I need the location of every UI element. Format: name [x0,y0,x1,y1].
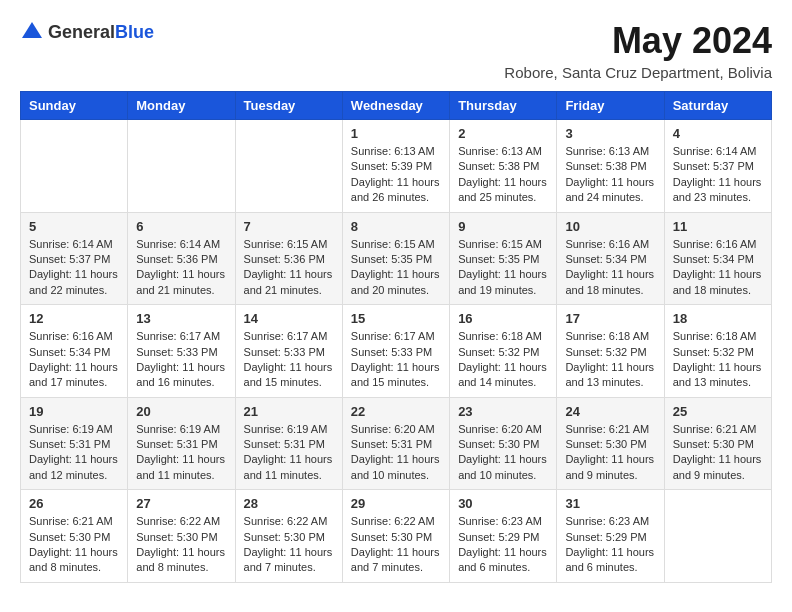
day-info: Sunrise: 6:14 AM Sunset: 5:37 PM Dayligh… [29,237,119,299]
day-info: Sunrise: 6:20 AM Sunset: 5:30 PM Dayligh… [458,422,548,484]
calendar-header-row: Sunday Monday Tuesday Wednesday Thursday… [21,92,772,120]
calendar-cell: 15Sunrise: 6:17 AM Sunset: 5:33 PM Dayli… [342,305,449,398]
calendar-cell: 22Sunrise: 6:20 AM Sunset: 5:31 PM Dayli… [342,397,449,490]
day-number: 14 [244,311,334,326]
day-info: Sunrise: 6:22 AM Sunset: 5:30 PM Dayligh… [136,514,226,576]
calendar-cell: 4Sunrise: 6:14 AM Sunset: 5:37 PM Daylig… [664,120,771,213]
calendar-cell: 11Sunrise: 6:16 AM Sunset: 5:34 PM Dayli… [664,212,771,305]
col-sunday: Sunday [21,92,128,120]
day-info: Sunrise: 6:14 AM Sunset: 5:37 PM Dayligh… [673,144,763,206]
calendar-cell: 19Sunrise: 6:19 AM Sunset: 5:31 PM Dayli… [21,397,128,490]
calendar-cell: 18Sunrise: 6:18 AM Sunset: 5:32 PM Dayli… [664,305,771,398]
day-number: 17 [565,311,655,326]
day-number: 1 [351,126,441,141]
calendar-cell: 7Sunrise: 6:15 AM Sunset: 5:36 PM Daylig… [235,212,342,305]
calendar-week-row-3: 19Sunrise: 6:19 AM Sunset: 5:31 PM Dayli… [21,397,772,490]
day-info: Sunrise: 6:21 AM Sunset: 5:30 PM Dayligh… [565,422,655,484]
day-info: Sunrise: 6:18 AM Sunset: 5:32 PM Dayligh… [565,329,655,391]
day-info: Sunrise: 6:20 AM Sunset: 5:31 PM Dayligh… [351,422,441,484]
day-number: 13 [136,311,226,326]
calendar-cell: 12Sunrise: 6:16 AM Sunset: 5:34 PM Dayli… [21,305,128,398]
day-info: Sunrise: 6:17 AM Sunset: 5:33 PM Dayligh… [244,329,334,391]
day-info: Sunrise: 6:13 AM Sunset: 5:38 PM Dayligh… [565,144,655,206]
day-number: 22 [351,404,441,419]
calendar-body: 1Sunrise: 6:13 AM Sunset: 5:39 PM Daylig… [21,120,772,583]
col-tuesday: Tuesday [235,92,342,120]
day-number: 8 [351,219,441,234]
calendar-week-row-0: 1Sunrise: 6:13 AM Sunset: 5:39 PM Daylig… [21,120,772,213]
calendar-cell: 8Sunrise: 6:15 AM Sunset: 5:35 PM Daylig… [342,212,449,305]
day-info: Sunrise: 6:19 AM Sunset: 5:31 PM Dayligh… [136,422,226,484]
calendar-week-row-1: 5Sunrise: 6:14 AM Sunset: 5:37 PM Daylig… [21,212,772,305]
calendar-cell: 28Sunrise: 6:22 AM Sunset: 5:30 PM Dayli… [235,490,342,583]
day-info: Sunrise: 6:23 AM Sunset: 5:29 PM Dayligh… [458,514,548,576]
calendar-cell: 14Sunrise: 6:17 AM Sunset: 5:33 PM Dayli… [235,305,342,398]
col-friday: Friday [557,92,664,120]
day-number: 28 [244,496,334,511]
calendar-week-row-4: 26Sunrise: 6:21 AM Sunset: 5:30 PM Dayli… [21,490,772,583]
day-number: 9 [458,219,548,234]
calendar-week-row-2: 12Sunrise: 6:16 AM Sunset: 5:34 PM Dayli… [21,305,772,398]
calendar-cell: 6Sunrise: 6:14 AM Sunset: 5:36 PM Daylig… [128,212,235,305]
calendar-table: Sunday Monday Tuesday Wednesday Thursday… [20,91,772,583]
day-info: Sunrise: 6:19 AM Sunset: 5:31 PM Dayligh… [244,422,334,484]
day-number: 19 [29,404,119,419]
day-info: Sunrise: 6:15 AM Sunset: 5:36 PM Dayligh… [244,237,334,299]
logo: GeneralBlue [20,20,154,44]
day-info: Sunrise: 6:21 AM Sunset: 5:30 PM Dayligh… [673,422,763,484]
calendar-cell [664,490,771,583]
day-info: Sunrise: 6:19 AM Sunset: 5:31 PM Dayligh… [29,422,119,484]
day-number: 11 [673,219,763,234]
col-wednesday: Wednesday [342,92,449,120]
day-number: 29 [351,496,441,511]
day-number: 6 [136,219,226,234]
logo-text: GeneralBlue [48,22,154,43]
day-number: 18 [673,311,763,326]
calendar-cell: 25Sunrise: 6:21 AM Sunset: 5:30 PM Dayli… [664,397,771,490]
calendar-cell: 1Sunrise: 6:13 AM Sunset: 5:39 PM Daylig… [342,120,449,213]
day-number: 5 [29,219,119,234]
page-header: GeneralBlue May 2024 Robore, Santa Cruz … [20,20,772,81]
col-saturday: Saturday [664,92,771,120]
day-info: Sunrise: 6:14 AM Sunset: 5:36 PM Dayligh… [136,237,226,299]
calendar-cell: 2Sunrise: 6:13 AM Sunset: 5:38 PM Daylig… [450,120,557,213]
day-number: 20 [136,404,226,419]
calendar-cell: 31Sunrise: 6:23 AM Sunset: 5:29 PM Dayli… [557,490,664,583]
day-number: 12 [29,311,119,326]
day-info: Sunrise: 6:13 AM Sunset: 5:38 PM Dayligh… [458,144,548,206]
day-info: Sunrise: 6:15 AM Sunset: 5:35 PM Dayligh… [458,237,548,299]
day-info: Sunrise: 6:21 AM Sunset: 5:30 PM Dayligh… [29,514,119,576]
day-number: 16 [458,311,548,326]
svg-marker-0 [22,22,42,38]
day-number: 7 [244,219,334,234]
col-monday: Monday [128,92,235,120]
day-number: 10 [565,219,655,234]
day-info: Sunrise: 6:22 AM Sunset: 5:30 PM Dayligh… [244,514,334,576]
calendar-cell: 5Sunrise: 6:14 AM Sunset: 5:37 PM Daylig… [21,212,128,305]
calendar-cell: 3Sunrise: 6:13 AM Sunset: 5:38 PM Daylig… [557,120,664,213]
calendar-cell: 30Sunrise: 6:23 AM Sunset: 5:29 PM Dayli… [450,490,557,583]
calendar-cell: 17Sunrise: 6:18 AM Sunset: 5:32 PM Dayli… [557,305,664,398]
calendar-cell: 29Sunrise: 6:22 AM Sunset: 5:30 PM Dayli… [342,490,449,583]
col-thursday: Thursday [450,92,557,120]
day-info: Sunrise: 6:23 AM Sunset: 5:29 PM Dayligh… [565,514,655,576]
day-info: Sunrise: 6:16 AM Sunset: 5:34 PM Dayligh… [565,237,655,299]
day-info: Sunrise: 6:18 AM Sunset: 5:32 PM Dayligh… [673,329,763,391]
day-number: 31 [565,496,655,511]
calendar-cell: 20Sunrise: 6:19 AM Sunset: 5:31 PM Dayli… [128,397,235,490]
day-number: 15 [351,311,441,326]
logo-icon [20,20,44,44]
calendar-cell [235,120,342,213]
title-block: May 2024 Robore, Santa Cruz Department, … [504,20,772,81]
calendar-cell: 23Sunrise: 6:20 AM Sunset: 5:30 PM Dayli… [450,397,557,490]
logo-general: General [48,22,115,42]
calendar-cell: 10Sunrise: 6:16 AM Sunset: 5:34 PM Dayli… [557,212,664,305]
calendar-cell [128,120,235,213]
day-info: Sunrise: 6:22 AM Sunset: 5:30 PM Dayligh… [351,514,441,576]
day-number: 4 [673,126,763,141]
day-number: 2 [458,126,548,141]
day-number: 26 [29,496,119,511]
calendar-cell: 21Sunrise: 6:19 AM Sunset: 5:31 PM Dayli… [235,397,342,490]
day-number: 25 [673,404,763,419]
day-info: Sunrise: 6:18 AM Sunset: 5:32 PM Dayligh… [458,329,548,391]
